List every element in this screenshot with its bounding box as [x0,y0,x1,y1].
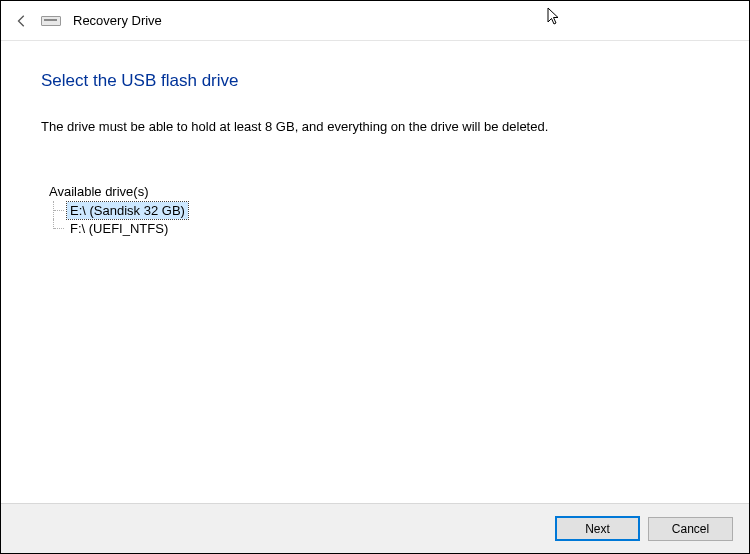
drive-item-label: E:\ (Sandisk 32 GB) [67,202,188,219]
drive-item-f[interactable]: F:\ (UEFI_NTFS) [53,219,709,237]
next-button[interactable]: Next [555,516,640,541]
page-description: The drive must be able to hold at least … [41,119,709,134]
content-area: Select the USB flash drive The drive mus… [1,41,749,503]
cancel-button[interactable]: Cancel [648,517,733,541]
available-drives-label: Available drive(s) [49,184,709,199]
drive-icon [41,14,63,28]
titlebar: Recovery Drive [1,1,749,41]
drive-item-label: F:\ (UEFI_NTFS) [67,220,171,237]
back-button[interactable] [13,12,31,30]
page-heading: Select the USB flash drive [41,71,709,91]
window-title: Recovery Drive [73,13,162,28]
drive-item-e[interactable]: E:\ (Sandisk 32 GB) [53,201,709,219]
recovery-drive-window: Recovery Drive Select the USB flash driv… [0,0,750,554]
drive-tree: E:\ (Sandisk 32 GB) F:\ (UEFI_NTFS) [53,201,709,237]
footer: Next Cancel [1,503,749,553]
